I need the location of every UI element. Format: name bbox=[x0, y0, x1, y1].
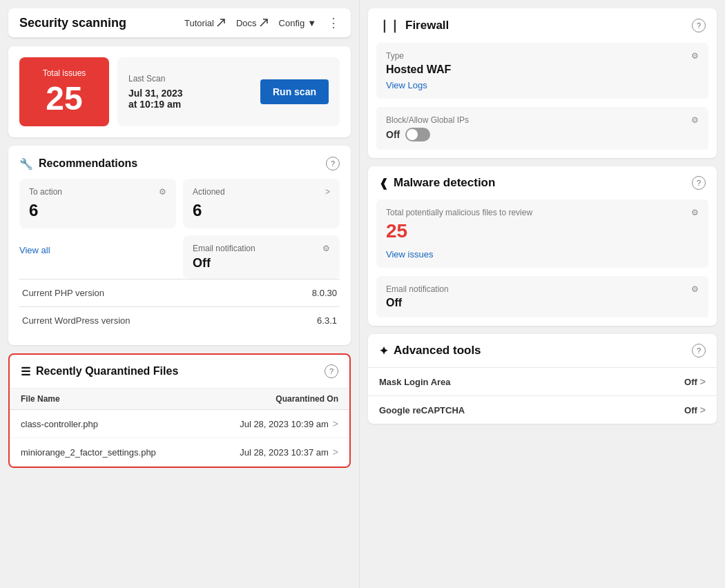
scan-card: Total issues 25 Last Scan Jul 31, 2023 a… bbox=[8, 46, 351, 137]
docs-link[interactable]: Docs bbox=[236, 18, 268, 28]
actioned-card: Actioned > 6 bbox=[183, 179, 340, 228]
file-name-1: class-controller.php bbox=[21, 419, 98, 429]
view-logs-link[interactable]: View Logs bbox=[386, 80, 427, 90]
actioned-chevron-icon[interactable]: > bbox=[325, 187, 330, 197]
recaptcha-row[interactable]: Google reCAPTCHA Off > bbox=[368, 395, 717, 424]
block-allow-value: Off bbox=[386, 129, 400, 140]
tutorial-link[interactable]: Tutorial bbox=[184, 18, 225, 28]
to-action-value: 6 bbox=[29, 201, 166, 220]
view-all-link[interactable]: View all bbox=[19, 245, 50, 255]
file-date-1: Jul 28, 2023 10:39 am > bbox=[240, 418, 338, 429]
recaptcha-label: Google reCAPTCHA bbox=[379, 405, 465, 415]
recommendations-card: 🔧 Recommendations ? To action ⚙ 6 View bbox=[8, 146, 351, 345]
actioned-label: Actioned bbox=[193, 187, 225, 197]
firewall-type-value: Hosted WAF bbox=[386, 63, 699, 76]
advanced-icon: ✦ bbox=[379, 344, 388, 357]
table-row[interactable]: class-controller.php Jul 28, 2023 10:39 … bbox=[10, 410, 349, 438]
page-title: Security scanning bbox=[19, 16, 126, 30]
firewall-type-gear-icon[interactable]: ⚙ bbox=[691, 51, 699, 61]
col-filename-header: File Name bbox=[21, 394, 60, 404]
firewall-title: ❘❘ Firewall bbox=[379, 18, 449, 33]
total-issues-box: Total issues 25 bbox=[19, 57, 109, 126]
firewall-block-allow-section: Block/Allow Global IPs ⚙ Off bbox=[376, 107, 708, 150]
file-name-2: miniorange_2_factor_settings.php bbox=[21, 447, 156, 458]
firewall-type-section: Type ⚙ Hosted WAF View Logs bbox=[376, 43, 708, 99]
quarantine-table: File Name Quarantined On class-controlle… bbox=[10, 389, 349, 467]
block-allow-gear-icon[interactable]: ⚙ bbox=[691, 115, 699, 125]
advanced-tools-section: ✦ Advanced tools ? Mask Login Area Off >… bbox=[368, 334, 717, 424]
config-dropdown[interactable]: Config ▼ bbox=[279, 18, 316, 28]
quarantine-title: ☰ Recently Quarantined Files bbox=[21, 365, 178, 378]
table-row[interactable]: miniorange_2_factor_settings.php Jul 28,… bbox=[10, 438, 349, 467]
firewall-type-label: Type bbox=[386, 51, 404, 61]
table-header: File Name Quarantined On bbox=[10, 389, 349, 410]
advanced-tools-title: ✦ Advanced tools bbox=[379, 344, 481, 357]
email-notification-value: Off bbox=[193, 256, 330, 271]
view-issues-link[interactable]: View issues bbox=[386, 249, 433, 259]
email-notif-gear-icon[interactable]: ⚙ bbox=[322, 244, 330, 253]
total-issues-number: 25 bbox=[46, 82, 82, 115]
wp-version-label: Current WordPress version bbox=[22, 315, 130, 326]
recaptcha-value: Off bbox=[684, 405, 697, 415]
advanced-help-icon[interactable]: ? bbox=[692, 344, 706, 357]
firewall-section: ❘❘ Firewall ? Type ⚙ Hosted WAF View Log… bbox=[368, 8, 717, 158]
email-notification-label: Email notification bbox=[193, 244, 255, 253]
malware-total-value: 25 bbox=[386, 220, 699, 242]
malware-email-value: Off bbox=[386, 297, 699, 309]
wrench-icon: 🔧 bbox=[19, 157, 33, 170]
block-allow-switch[interactable] bbox=[405, 128, 430, 141]
firewall-icon: ❘❘ bbox=[379, 18, 400, 33]
malware-email-section: Email notification ⚙ Off bbox=[376, 276, 708, 317]
block-allow-toggle[interactable]: Off bbox=[386, 128, 699, 141]
quarantine-card: ☰ Recently Quarantined Files ? File Name… bbox=[8, 353, 351, 468]
to-action-gear-icon[interactable]: ⚙ bbox=[159, 187, 166, 197]
file-date-2: Jul 28, 2023 10:37 am > bbox=[240, 447, 338, 458]
block-allow-label: Block/Allow Global IPs bbox=[386, 115, 469, 125]
scan-info: Last Scan Jul 31, 2023 at 10:19 am Run s… bbox=[117, 57, 340, 126]
mask-login-value: Off bbox=[684, 377, 697, 387]
malware-title: ❰ Malware detection bbox=[379, 176, 495, 190]
last-scan-time: at 10:19 am bbox=[128, 99, 183, 110]
total-issues-label: Total issues bbox=[43, 68, 86, 78]
last-scan-label: Last Scan bbox=[128, 74, 183, 84]
malware-help-icon[interactable]: ? bbox=[692, 176, 706, 190]
php-version-value: 8.0.30 bbox=[312, 288, 337, 298]
php-version-row: Current PHP version 8.0.30 bbox=[19, 279, 340, 306]
mask-login-label: Mask Login Area bbox=[379, 377, 451, 387]
recommendations-help-icon[interactable]: ? bbox=[326, 157, 340, 170]
mask-login-row[interactable]: Mask Login Area Off > bbox=[368, 367, 717, 395]
to-action-label: To action bbox=[29, 187, 62, 197]
more-options-icon[interactable]: ⋮ bbox=[327, 15, 340, 30]
malware-email-label: Email notification bbox=[386, 284, 449, 294]
malware-icon: ❰ bbox=[379, 177, 388, 190]
quarantine-help-icon[interactable]: ? bbox=[325, 364, 338, 378]
malware-total-label: Total potentially malicious files to rev… bbox=[386, 208, 532, 217]
malware-email-gear-icon[interactable]: ⚙ bbox=[691, 284, 699, 294]
email-notification-card: Email notification ⚙ Off bbox=[183, 235, 340, 279]
to-action-card: To action ⚙ 6 bbox=[19, 179, 176, 228]
wp-version-value: 6.3.1 bbox=[317, 315, 337, 326]
col-date-header: Quarantined On bbox=[276, 394, 338, 404]
list-icon: ☰ bbox=[21, 365, 30, 378]
last-scan-date: Jul 31, 2023 bbox=[128, 88, 183, 99]
recaptcha-chevron-icon: > bbox=[700, 404, 706, 415]
php-version-label: Current PHP version bbox=[22, 288, 104, 298]
malware-section: ❰ Malware detection ? Total potentially … bbox=[368, 166, 717, 326]
actioned-value: 6 bbox=[193, 201, 330, 220]
mask-login-chevron-icon: > bbox=[700, 376, 706, 387]
recommendations-title: 🔧 Recommendations bbox=[19, 157, 137, 170]
run-scan-button[interactable]: Run scan bbox=[260, 79, 329, 104]
malware-gear-icon[interactable]: ⚙ bbox=[691, 208, 699, 217]
firewall-help-icon[interactable]: ? bbox=[692, 19, 706, 32]
malware-total-section: Total potentially malicious files to rev… bbox=[376, 199, 708, 268]
wp-version-row: Current WordPress version 6.3.1 bbox=[19, 306, 340, 334]
